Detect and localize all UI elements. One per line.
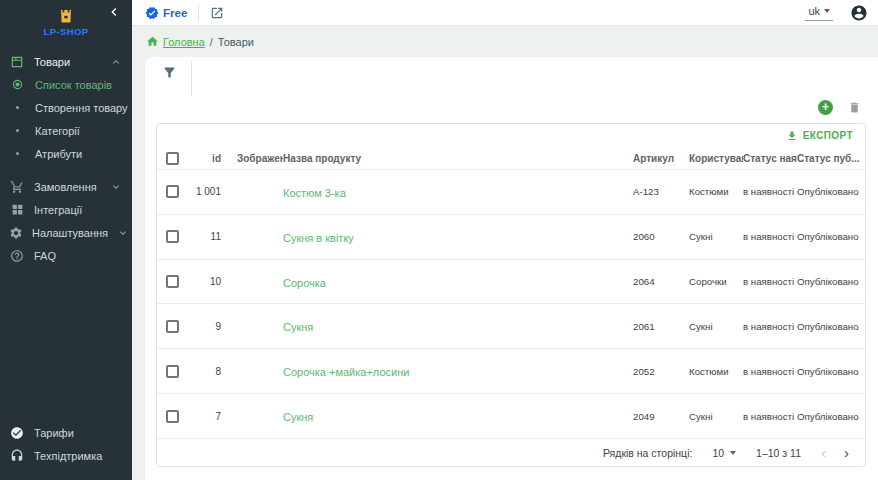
- breadcrumb-home-link[interactable]: Головна: [146, 35, 205, 48]
- product-name-link[interactable]: Сорочка +майка+лосини: [283, 366, 409, 378]
- export-button-label: ЕКСПОРТ: [803, 130, 853, 141]
- product-stock-status: в наявності: [743, 366, 797, 377]
- sidebar-item-categories[interactable]: Категорії: [0, 119, 132, 142]
- bullet-icon: [9, 129, 25, 132]
- sidebar-collapse-button[interactable]: [106, 4, 122, 20]
- product-id: 11: [193, 231, 227, 242]
- sidebar-item-label: Інтеграції: [34, 204, 82, 216]
- open-storefront-icon[interactable]: [210, 6, 224, 20]
- product-name-link[interactable]: Сукня: [283, 411, 313, 423]
- breadcrumb: Головна / Товари: [132, 26, 878, 57]
- sidebar-item-label: Налаштування: [32, 227, 108, 239]
- plan-badge-label: Free: [163, 7, 187, 19]
- column-header-name: Назва продукту: [283, 153, 633, 164]
- caret-down-icon: [730, 451, 736, 455]
- sidebar-item-attributes[interactable]: Атрибути: [0, 142, 132, 165]
- product-id: 9: [193, 321, 227, 332]
- column-header-sku: Артикул: [633, 153, 689, 164]
- chevron-left-icon: [106, 4, 122, 20]
- table-header-row: id Зображення Назва продукту Артикул Кор…: [157, 147, 865, 169]
- content-card: + ЕКСПОРТ id Зображення Назва продукту А…: [145, 57, 878, 480]
- sidebar-sub-label: Атрибути: [35, 148, 82, 160]
- add-product-button[interactable]: +: [818, 100, 833, 115]
- breadcrumb-home-label: Головна: [163, 36, 205, 48]
- breadcrumb-current: Товари: [218, 36, 254, 48]
- product-stock-status: в наявності: [743, 321, 797, 332]
- account-icon[interactable]: [850, 4, 868, 22]
- product-name-link[interactable]: Сукня в квітку: [283, 232, 354, 244]
- product-id: 10: [193, 276, 227, 287]
- product-publish-status: Опубліковано: [797, 231, 859, 242]
- select-all-checkbox[interactable]: [166, 152, 179, 165]
- product-id: 8: [193, 366, 227, 377]
- rows-per-page-select[interactable]: 10: [712, 447, 736, 459]
- table-row: 8 Сорочка +майка+лосини 2052 Костюми в н…: [157, 348, 865, 393]
- export-button[interactable]: ЕКСПОРТ: [786, 130, 853, 142]
- sidebar-item-tariffs[interactable]: Тарифи: [0, 421, 132, 444]
- column-header-publish: Статус пуб...: [797, 153, 859, 164]
- product-publish-status: Опубліковано: [797, 321, 859, 332]
- sidebar-sub-label: Створення товару: [35, 102, 128, 114]
- language-label: uk: [808, 5, 820, 17]
- product-name-link[interactable]: Сукня: [283, 321, 313, 333]
- row-checkbox[interactable]: [166, 320, 179, 333]
- sidebar-item-faq[interactable]: FAQ: [0, 244, 132, 267]
- previous-page-icon[interactable]: ‹: [821, 445, 826, 460]
- bullet-icon: [9, 106, 25, 109]
- column-header-id: id: [193, 153, 227, 164]
- sidebar-sub-label: Список товарів: [35, 79, 112, 91]
- sidebar-item-label: FAQ: [34, 250, 56, 262]
- rows-per-page-value: 10: [712, 447, 724, 459]
- product-name-link[interactable]: Сорочка: [283, 277, 326, 289]
- product-publish-status: Опубліковано: [797, 276, 859, 287]
- product-name-link[interactable]: Костюм 3-ка: [283, 187, 346, 199]
- product-publish-status: Опубліковано: [797, 186, 859, 197]
- sidebar-item-settings[interactable]: Налаштування: [0, 221, 132, 244]
- sidebar-item-orders[interactable]: Замовлення: [0, 175, 132, 198]
- rows-per-page-label: Рядків на сторінці:: [603, 447, 692, 459]
- plan-badge[interactable]: Free: [145, 6, 187, 20]
- language-selector[interactable]: uk: [805, 4, 833, 21]
- table-row: 1 001 Костюм 3-ка А-123 Костюми в наявно…: [157, 169, 865, 214]
- sidebar-item-label: Тарифи: [34, 427, 74, 439]
- table-row: 9 Сукня 2061 Сукні в наявності Опубліков…: [157, 303, 865, 348]
- topbar: Free uk: [132, 0, 878, 26]
- product-id: 7: [193, 411, 227, 422]
- filter-icon[interactable]: [162, 65, 177, 80]
- product-id: 1 001: [193, 186, 227, 197]
- divider: [191, 61, 192, 96]
- row-checkbox[interactable]: [166, 185, 179, 198]
- chevron-down-icon: [117, 227, 129, 239]
- chevron-down-icon: [110, 181, 122, 193]
- product-publish-status: Опубліковано: [797, 366, 859, 377]
- product-sku: А-123: [633, 186, 689, 197]
- delete-icon[interactable]: [848, 101, 861, 114]
- product-stock-status: в наявності: [743, 411, 797, 422]
- sidebar-item-integrations[interactable]: Інтеграції: [0, 198, 132, 221]
- sidebar-header: LP-SHOP: [0, 0, 132, 50]
- product-sku: 2061: [633, 321, 689, 332]
- row-checkbox[interactable]: [166, 410, 179, 423]
- product-sku: 2052: [633, 366, 689, 377]
- row-checkbox[interactable]: [166, 275, 179, 288]
- product-category: Костюми: [689, 186, 743, 197]
- breadcrumb-separator: /: [210, 36, 213, 48]
- sidebar-item-product-list[interactable]: Список товарів: [0, 73, 132, 96]
- table-footer: Рядків на сторінці: 10 1–10 з 11 ‹ ›: [157, 438, 865, 466]
- shop-logo-icon: [56, 5, 76, 25]
- sidebar-item-support[interactable]: Техпідтримка: [0, 444, 132, 467]
- row-checkbox[interactable]: [166, 230, 179, 243]
- download-icon: [786, 130, 798, 142]
- products-table: ЕКСПОРТ id Зображення Назва продукту Арт…: [156, 123, 866, 467]
- grid-icon: [9, 203, 25, 216]
- sidebar-item-products[interactable]: Товари: [0, 50, 132, 73]
- row-checkbox[interactable]: [166, 365, 179, 378]
- next-page-icon[interactable]: ›: [844, 445, 849, 460]
- sidebar-item-create-product[interactable]: Створення товару: [0, 96, 132, 119]
- sidebar-item-label: Замовлення: [34, 181, 97, 193]
- sidebar: LP-SHOP Товари Список товарів Створення …: [0, 0, 132, 480]
- product-category: Сорочки: [689, 276, 743, 287]
- table-actions: +: [145, 95, 878, 119]
- product-stock-status: в наявності: [743, 186, 797, 197]
- product-sku: 2064: [633, 276, 689, 287]
